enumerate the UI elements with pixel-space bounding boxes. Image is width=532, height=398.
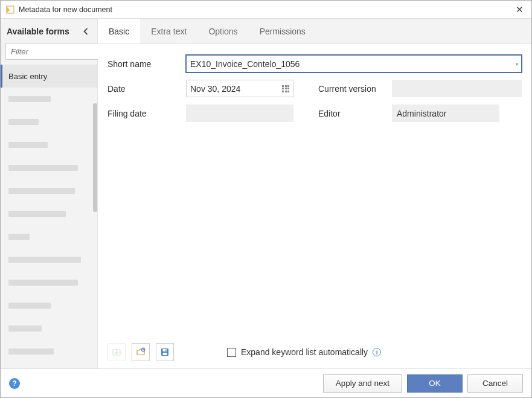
tab-permissions[interactable]: Permissions [249,19,316,43]
checkbox-icon [227,348,236,357]
info-icon[interactable]: i [373,348,381,356]
sidebar-item-basic-entry[interactable]: Basic entry [1,65,97,88]
list-item[interactable] [1,202,97,225]
cancel-button[interactable]: Cancel [467,374,523,393]
list-item[interactable] [1,271,97,294]
filing-date-label: Filing date [107,109,179,118]
date-picker-icon[interactable] [282,85,289,92]
editor-value: Administrator [392,104,499,122]
tabs: Basic Extra text Options Permissions [98,19,531,44]
short-name-label: Short name [107,59,179,69]
footer: ? Apply and next OK Cancel [1,368,531,397]
short-name-input[interactable] [186,55,522,72]
ok-button[interactable]: OK [407,374,463,393]
scrollbar[interactable] [93,103,97,218]
open-folder-button[interactable] [132,343,150,361]
expand-keywords-checkbox[interactable]: Expand keyword list automatically i [227,347,381,357]
window-title: Metadata for new document [19,5,512,14]
list-item[interactable] [1,156,97,179]
list-item[interactable] [1,317,97,340]
current-version-value [392,80,522,97]
tab-extra-text[interactable]: Extra text [140,19,197,43]
list-item[interactable] [1,248,97,271]
close-icon[interactable]: ✕ [512,2,527,17]
help-icon[interactable]: ? [9,378,20,389]
date-input[interactable]: Nov 30, 2024 [186,80,293,97]
list-item[interactable] [1,88,97,111]
apply-next-button[interactable]: Apply and next [323,374,402,393]
sidebar-title: Available forms [7,27,77,36]
svg-rect-6 [165,350,167,351]
tab-options[interactable]: Options [197,19,248,43]
bottom-toolbar: Expand keyword list automatically i [98,338,531,368]
list-item[interactable] [1,133,97,156]
load-form-button [107,343,126,361]
list-item[interactable] [1,179,97,202]
list-item[interactable] [1,294,97,317]
form-list: Basic entry [1,65,97,368]
save-button[interactable] [156,343,174,361]
filing-date-value [186,104,293,122]
list-item[interactable] [1,225,97,248]
date-label: Date [107,84,179,94]
svg-rect-5 [163,353,167,355]
titlebar: Metadata for new document ✕ [1,1,531,19]
list-item[interactable] [1,340,97,363]
content-area: Basic Extra text Options Permissions Sho… [98,19,531,368]
list-item[interactable] [1,111,97,133]
document-icon [5,5,15,14]
tab-basic[interactable]: Basic [98,19,140,43]
current-version-label: Current version [318,84,385,94]
editor-label: Editor [318,109,385,118]
sidebar: Available forms Basic entry [1,19,98,368]
collapse-sidebar-icon[interactable] [80,26,91,37]
sidebar-item-label: Basic entry [8,72,47,81]
